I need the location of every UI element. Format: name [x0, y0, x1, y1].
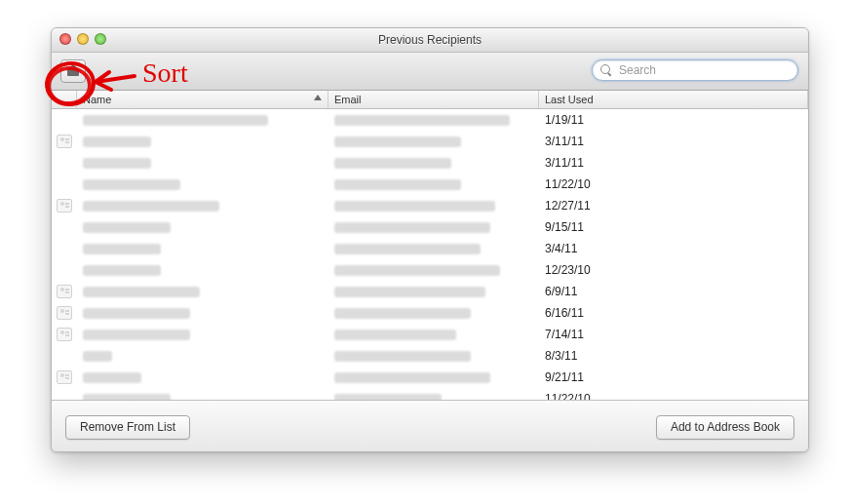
redacted-name: [83, 265, 161, 276]
bottom-bar: Remove From List Add to Address Book: [52, 401, 808, 452]
recipients-table[interactable]: 1/19/113/11/113/11/1111/22/1012/27/119/1…: [52, 109, 808, 401]
window-title: Previous Recipients: [378, 33, 482, 47]
remove-from-list-button[interactable]: Remove From List: [65, 415, 190, 440]
redacted-name: [83, 201, 219, 212]
last-used-cell: 3/4/11: [539, 242, 808, 255]
toolbar: [52, 53, 808, 91]
last-used-cell: 6/16/11: [539, 306, 808, 320]
traffic-lights: [59, 33, 106, 45]
table-row[interactable]: 6/9/11: [52, 281, 808, 302]
email-cell: [328, 308, 539, 319]
card-cell: [52, 285, 77, 298]
home-icon: [67, 66, 79, 76]
address-card-icon: [57, 135, 72, 148]
redacted-name: [83, 179, 180, 190]
table-row[interactable]: 3/4/11: [52, 238, 808, 259]
email-cell: [328, 394, 539, 402]
redacted-name: [83, 394, 171, 402]
button-label: Add to Address Book: [671, 420, 780, 434]
add-to-address-book-button[interactable]: Add to Address Book: [656, 415, 794, 440]
close-button[interactable]: [59, 33, 71, 45]
last-used-cell: 12/27/11: [539, 199, 808, 213]
redacted-email: [334, 330, 456, 340]
redacted-email: [334, 115, 510, 126]
name-cell: [77, 222, 328, 233]
previous-recipients-window: Previous Recipients Name Email Last Used…: [51, 27, 809, 452]
redacted-email: [334, 351, 471, 362]
address-card-icon: [57, 328, 72, 341]
name-cell: [77, 287, 328, 297]
table-row[interactable]: 3/11/11: [52, 152, 808, 174]
card-cell: [52, 370, 77, 384]
name-cell: [77, 351, 328, 362]
titlebar: Previous Recipients: [52, 28, 808, 53]
contacts-toolbar-button[interactable]: [60, 59, 86, 83]
column-header-label: Last Used: [545, 94, 594, 105]
column-header-card[interactable]: [52, 91, 77, 108]
name-cell: [77, 244, 328, 254]
table-row[interactable]: 9/15/11: [52, 216, 808, 238]
card-cell: [52, 328, 77, 341]
minimize-button[interactable]: [77, 33, 89, 45]
name-cell: [77, 330, 328, 340]
search-icon: [600, 64, 612, 76]
redacted-email: [334, 158, 451, 169]
name-cell: [77, 394, 328, 402]
redacted-email: [334, 372, 490, 383]
name-cell: [77, 136, 328, 147]
table-row[interactable]: 3/11/11: [52, 131, 808, 152]
redacted-email: [334, 222, 490, 233]
table-row[interactable]: 11/22/10: [52, 388, 808, 401]
column-headers: Name Email Last Used: [52, 91, 808, 109]
redacted-name: [83, 330, 190, 340]
table-row[interactable]: 11/22/10: [52, 174, 808, 195]
redacted-name: [83, 287, 200, 297]
last-used-cell: 6/9/11: [539, 285, 808, 298]
last-used-cell: 9/21/11: [539, 370, 808, 384]
name-cell: [77, 265, 328, 276]
email-cell: [328, 115, 539, 126]
email-cell: [328, 351, 539, 362]
name-cell: [77, 201, 328, 212]
table-row[interactable]: 9/21/11: [52, 367, 808, 388]
table-row[interactable]: 12/27/11: [52, 195, 808, 216]
address-card-icon: [57, 306, 72, 320]
email-cell: [328, 222, 539, 233]
card-cell: [52, 135, 77, 148]
zoom-button[interactable]: [95, 33, 106, 45]
last-used-cell: 12/23/10: [539, 263, 808, 277]
table-row[interactable]: 7/14/11: [52, 324, 808, 345]
table-row[interactable]: 6/16/11: [52, 302, 808, 324]
table-row[interactable]: 12/23/10: [52, 259, 808, 281]
redacted-name: [83, 115, 268, 126]
last-used-cell: 11/22/10: [539, 177, 808, 191]
redacted-name: [83, 308, 190, 319]
card-cell: [52, 199, 77, 213]
email-cell: [328, 287, 539, 297]
table-row[interactable]: 8/3/11: [52, 345, 808, 367]
last-used-cell: 7/14/11: [539, 328, 808, 341]
address-card-icon: [57, 370, 72, 384]
column-header-name[interactable]: Name: [77, 91, 328, 108]
column-header-last-used[interactable]: Last Used: [539, 91, 808, 108]
email-cell: [328, 179, 539, 190]
search-field[interactable]: [592, 59, 798, 81]
table-row[interactable]: 1/19/11: [52, 109, 808, 131]
last-used-cell: 1/19/11: [539, 113, 808, 127]
email-cell: [328, 136, 539, 147]
address-card-icon: [57, 199, 72, 213]
last-used-cell: 9/15/11: [539, 220, 808, 234]
redacted-name: [83, 222, 171, 233]
name-cell: [77, 158, 328, 169]
redacted-name: [83, 351, 112, 362]
redacted-email: [334, 265, 500, 276]
redacted-name: [83, 136, 151, 147]
redacted-email: [334, 244, 481, 254]
redacted-email: [334, 201, 495, 212]
last-used-cell: 3/11/11: [539, 135, 808, 148]
column-header-email[interactable]: Email: [328, 91, 539, 108]
email-cell: [328, 158, 539, 169]
search-input[interactable]: [617, 62, 790, 78]
last-used-cell: 3/11/11: [539, 156, 808, 170]
redacted-name: [83, 244, 161, 254]
